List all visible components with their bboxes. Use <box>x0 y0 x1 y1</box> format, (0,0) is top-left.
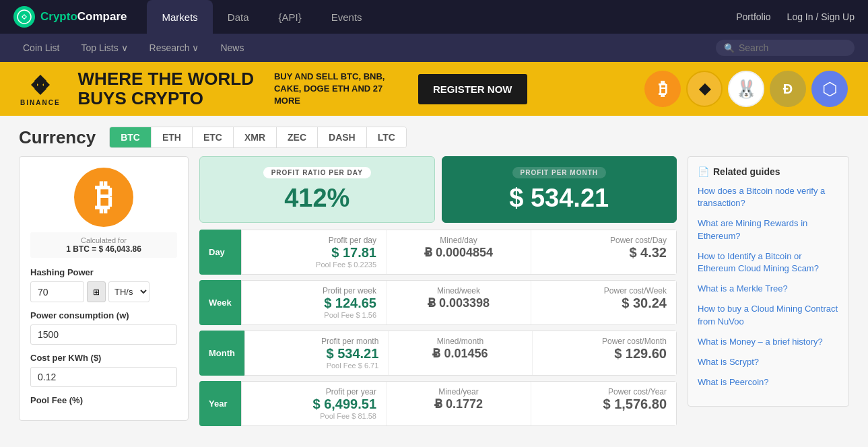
guide-link[interactable]: What is Money – a brief history? <box>698 336 839 348</box>
portfolio-link[interactable]: Portfolio <box>736 11 770 22</box>
power-value: $ 30.24 <box>541 296 667 311</box>
svg-point-1 <box>23 15 26 18</box>
guide-link[interactable]: What is Peercoin? <box>698 376 839 388</box>
guide-link[interactable]: How does a Bitcoin node verify a transac… <box>698 185 839 209</box>
currency-header: Currency BTC ETH ETC XMR ZEC DASH LTC <box>19 127 849 148</box>
btc-icon-wrap: ₿ <box>30 168 177 227</box>
currency-title: Currency <box>19 127 96 148</box>
period-data: Profit per week $ 124.65 Pool Fee $ 1.56… <box>241 280 677 325</box>
calculator-panel: ₿ Calculated for 1 BTC = $ 46,043.86 Has… <box>19 156 189 421</box>
nav-api[interactable]: {API} <box>264 0 316 34</box>
power-label: Power cost/Year <box>541 387 667 397</box>
profit-day-label: PROFIT RATIO PER DAY <box>263 167 371 178</box>
binance-logo-wrap: BINANCE <box>20 72 61 106</box>
tab-ltc[interactable]: LTC <box>367 127 406 147</box>
profit-cell-value: $ 534.21 <box>255 346 378 362</box>
power-value: $ 129.60 <box>542 346 667 362</box>
profit-summary: PROFIT RATIO PER DAY 412% PROFIT PER MON… <box>199 156 677 223</box>
guide-link[interactable]: What is Scrypt? <box>698 356 839 368</box>
period-label: Month <box>199 331 244 376</box>
power-label: Power cost/Week <box>541 286 667 296</box>
mined-value: Ƀ 0.003398 <box>396 296 521 310</box>
mined-value: Ƀ 0.1772 <box>396 397 521 411</box>
profit-cell-label: Profit per week <box>251 286 376 296</box>
profit-cell-fee: Pool Fee $ 1.56 <box>251 311 376 319</box>
mined-label: Mined/year <box>396 387 521 397</box>
nav-data[interactable]: Data <box>213 0 264 34</box>
mined-label: Mined/month <box>398 337 522 346</box>
profit-cell-fee: Pool Fee $ 6.71 <box>255 362 378 370</box>
logo[interactable]: CryptoCompare <box>13 6 127 28</box>
coin-btc: ₿ <box>644 71 681 107</box>
profit-cell-fee: Pool Fee $ 81.58 <box>251 412 376 420</box>
brand-name: CryptoCompare <box>40 10 127 24</box>
profit-month-label: PROFIT PER MONTH <box>512 167 606 178</box>
period-label: Day <box>199 230 241 275</box>
nav-coin-list[interactable]: Coin List <box>13 34 69 62</box>
guides-icon: 📄 <box>698 166 709 177</box>
profit-cell: Profit per week $ 124.65 Pool Fee $ 1.56 <box>242 281 387 324</box>
period-label: Week <box>199 280 241 325</box>
power-value: $ 4.32 <box>541 245 667 261</box>
power-cell: Power cost/Month $ 129.60 <box>533 331 676 375</box>
guides-panel: 📄 Related guides How does a Bitcoin node… <box>688 156 849 407</box>
guide-link[interactable]: What is a Merkle Tree? <box>698 283 839 295</box>
profit-month-value: $ 534.21 <box>456 184 663 213</box>
profit-month-card: PROFIT PER MONTH $ 534.21 <box>442 156 677 223</box>
nav-events[interactable]: Events <box>316 0 377 34</box>
power-input[interactable] <box>30 324 177 345</box>
mined-cell: Mined/month Ƀ 0.01456 <box>389 331 532 375</box>
guide-link[interactable]: How to Identify a Bitcoin or Ethereum Cl… <box>698 250 839 275</box>
search-input[interactable] <box>739 42 846 53</box>
tab-eth[interactable]: ETH <box>152 127 193 147</box>
coin-bnb: ◆ <box>686 71 723 107</box>
period-row: Week Profit per week $ 124.65 Pool Fee $… <box>199 280 677 325</box>
nav-markets[interactable]: Markets <box>147 0 212 34</box>
mined-cell: Mined/year Ƀ 0.1772 <box>387 382 531 425</box>
power-cell: Power cost/Day $ 4.32 <box>531 230 676 274</box>
register-button[interactable]: REGISTER NOW <box>418 74 527 104</box>
period-label: Year <box>199 381 241 426</box>
guide-link[interactable]: How to buy a Cloud Mining Contract from … <box>698 303 839 327</box>
power-consumption-group: Power consumption (w) <box>30 310 177 345</box>
power-value: $ 1,576.80 <box>541 397 667 412</box>
results-panel: PROFIT RATIO PER DAY 412% PROFIT PER MON… <box>199 156 677 432</box>
tab-xmr[interactable]: XMR <box>234 127 277 147</box>
btc-icon: ₿ <box>74 168 133 227</box>
profit-day-card: PROFIT RATIO PER DAY 412% <box>199 156 435 223</box>
guide-link[interactable]: What are Mining Rewards in Ethereum? <box>698 217 839 242</box>
binance-diamond-icon <box>28 72 53 98</box>
nav-research[interactable]: Research ∨ <box>140 34 209 62</box>
profit-day-value: 412% <box>213 184 421 213</box>
pool-fee-group: Pool Fee (%) <box>30 395 177 405</box>
profit-cell-label: Profit per year <box>251 387 376 397</box>
mined-value: Ƀ 0.01456 <box>398 346 522 361</box>
hashing-power-input[interactable] <box>30 281 84 302</box>
hash-stepper[interactable]: ⊞ <box>87 281 106 302</box>
top-nav-right: Portfolio Log In / Sign Up <box>736 11 855 22</box>
tab-dash[interactable]: DASH <box>318 127 367 147</box>
search-icon: 🔍 <box>724 43 735 53</box>
binance-label: BINANCE <box>20 99 61 106</box>
profit-cell-label: Profit per month <box>255 337 378 346</box>
currency-tabs: BTC ETH ETC XMR ZEC DASH LTC <box>109 127 407 148</box>
cost-input[interactable] <box>30 367 177 387</box>
tab-etc[interactable]: ETC <box>193 127 234 147</box>
tab-btc[interactable]: BTC <box>110 127 152 147</box>
nav-top-lists[interactable]: Top Lists ∨ <box>71 34 137 62</box>
coin-bunny: 🐰 <box>728 71 764 107</box>
cost-kwh-group: Cost per KWh ($) <box>30 353 177 387</box>
coin-eth: ⬡ <box>811 71 848 107</box>
login-link[interactable]: Log In / Sign Up <box>787 11 855 22</box>
profit-cell-label: Profit per day <box>251 236 376 245</box>
hashing-power-group: Hashing Power ⊞ TH/s GH/s MH/s <box>30 267 177 302</box>
profit-cell-value: $ 124.65 <box>251 296 376 311</box>
hash-unit-select[interactable]: TH/s GH/s MH/s <box>108 281 149 302</box>
tab-zec[interactable]: ZEC <box>277 127 318 147</box>
period-data: Profit per day $ 17.81 Pool Fee $ 0.2235… <box>241 230 677 275</box>
search-box: 🔍 <box>716 40 855 56</box>
nav-news[interactable]: News <box>211 34 253 62</box>
period-data: Profit per year $ 6,499.51 Pool Fee $ 81… <box>241 381 677 426</box>
coin-doge: Ð <box>770 71 806 107</box>
period-data: Profit per month $ 534.21 Pool Fee $ 6.7… <box>244 331 677 376</box>
